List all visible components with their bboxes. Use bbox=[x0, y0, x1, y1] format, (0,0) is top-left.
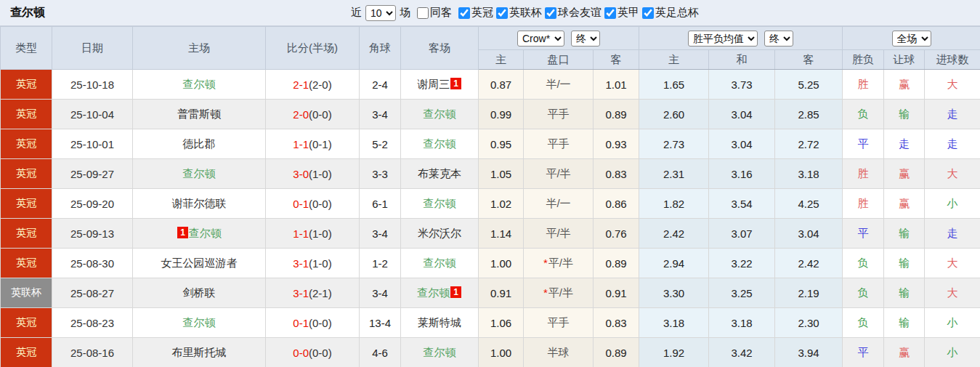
home-team: 布里斯托城 bbox=[133, 338, 266, 367]
avg-draw: 3.04 bbox=[709, 129, 775, 159]
odds-handicap: *平/半 bbox=[524, 249, 594, 278]
match-rows: 英冠25-10-18查尔顿2-1(2-0)2-4谢周三10.87半/一1.011… bbox=[1, 70, 980, 367]
league-checkbox[interactable] bbox=[545, 7, 556, 19]
league-filter-label: 球会友谊 bbox=[558, 6, 602, 20]
avg-home: 1.82 bbox=[639, 189, 709, 219]
halftime-score: (1-0) bbox=[309, 257, 332, 270]
avg-draw: 3.16 bbox=[709, 159, 775, 189]
result-goals: 大 bbox=[925, 159, 980, 189]
match-date: 25-08-23 bbox=[52, 308, 133, 338]
home-team-name: 布里斯托城 bbox=[172, 346, 227, 358]
odds-away: 0.83 bbox=[594, 308, 639, 338]
result-outcome: 胜 bbox=[843, 70, 884, 100]
home-team: 谢菲尔德联 bbox=[133, 189, 266, 219]
corners: 4-6 bbox=[360, 338, 401, 367]
result-scope-group: 全场 bbox=[843, 27, 980, 50]
league-checkbox[interactable] bbox=[642, 7, 654, 19]
odds-home: 0.95 bbox=[479, 129, 524, 159]
result-handicap: 赢 bbox=[884, 159, 925, 189]
match-row: 英冠25-08-30女王公园巡游者3-1(1-0)1-2查尔顿1.00*平/半0… bbox=[1, 249, 980, 278]
match-date: 25-09-13 bbox=[52, 219, 133, 249]
subcol-odds-away: 客 bbox=[594, 50, 639, 70]
handicap-star: * bbox=[543, 286, 548, 299]
away-team-name: 米尔沃尔 bbox=[418, 227, 461, 239]
avg-time-select[interactable]: 终 bbox=[764, 31, 793, 47]
avg-home: 1.92 bbox=[639, 338, 709, 367]
odds-handicap: *平/半 bbox=[524, 278, 594, 308]
away-team-name: 莱斯特城 bbox=[418, 316, 461, 328]
result-handicap: 输 bbox=[884, 308, 925, 338]
odds-handicap: 平手 bbox=[524, 100, 594, 129]
subcol-result-goals: 进球数 bbox=[925, 50, 980, 70]
league-filter-label: 英甲 bbox=[617, 6, 639, 20]
odds-handicap: 平/半 bbox=[524, 159, 594, 189]
halftime-score: (0-1) bbox=[309, 138, 332, 150]
fulltime-score: 0-1 bbox=[293, 317, 309, 329]
avg-away: 4.25 bbox=[775, 189, 843, 219]
result-goals: 大 bbox=[925, 70, 980, 100]
scope-select[interactable]: 全场 bbox=[892, 31, 931, 47]
away-team: 查尔顿 bbox=[401, 129, 479, 159]
odds-home: 0.91 bbox=[479, 278, 524, 308]
avg-odds-group: 胜平负均值 终 bbox=[639, 27, 843, 50]
result-handicap: 输 bbox=[884, 278, 925, 308]
subcol-avg-draw: 和 bbox=[709, 50, 775, 70]
score: 0-1(0-0) bbox=[266, 308, 360, 338]
away-team: 米尔沃尔 bbox=[401, 219, 479, 249]
match-row: 英冠25-09-27查尔顿3-0(1-0)3-3布莱克本1.05平/半0.832… bbox=[1, 159, 980, 189]
avg-mode-select[interactable]: 胜平负均值 bbox=[688, 31, 758, 47]
result-outcome: 负 bbox=[843, 278, 884, 308]
fulltime-score: 2-1 bbox=[293, 78, 309, 91]
same-venue-checkbox[interactable] bbox=[417, 7, 429, 19]
league-filter-label: 英联杯 bbox=[509, 6, 542, 20]
score: 2-1(2-0) bbox=[266, 70, 360, 100]
odds-away: 0.89 bbox=[594, 249, 639, 278]
result-goals: 大 bbox=[925, 249, 980, 278]
recent-count-select[interactable]: 10 bbox=[365, 5, 396, 21]
result-outcome: 负 bbox=[843, 249, 884, 278]
result-goals: 小 bbox=[925, 189, 980, 219]
match-date: 25-08-16 bbox=[52, 338, 133, 367]
col-header-score: 比分(半场) bbox=[266, 27, 360, 70]
away-team-name: 查尔顿 bbox=[424, 346, 456, 358]
away-team-name: 查尔顿 bbox=[424, 108, 456, 120]
league-badge: 英冠 bbox=[1, 338, 52, 367]
odds-time-select[interactable]: 终 bbox=[571, 31, 600, 47]
home-team-name: 女王公园巡游者 bbox=[161, 257, 238, 269]
col-header-home: 主场 bbox=[133, 27, 266, 70]
away-team: 查尔顿 bbox=[401, 338, 479, 367]
avg-home: 3.18 bbox=[639, 308, 709, 338]
odds-away: 0.76 bbox=[594, 219, 639, 249]
league-checkbox[interactable] bbox=[604, 7, 616, 19]
subcol-handicap: 盘口 bbox=[524, 50, 594, 70]
away-team: 布莱克本 bbox=[401, 159, 479, 189]
result-goals: 走 bbox=[925, 219, 980, 249]
score: 0-1(0-0) bbox=[266, 189, 360, 219]
avg-away: 3.94 bbox=[775, 338, 843, 367]
odds-company-select[interactable]: Crow* bbox=[517, 31, 564, 47]
score: 2-0(0-0) bbox=[266, 100, 360, 129]
halftime-score: (2-0) bbox=[309, 78, 332, 91]
card-badge: 1 bbox=[177, 227, 188, 238]
result-goals: 小 bbox=[925, 338, 980, 367]
result-outcome: 胜 bbox=[843, 159, 884, 189]
away-team-name: 谢周三 bbox=[417, 78, 450, 90]
halftime-score: (0-0) bbox=[309, 198, 332, 210]
fulltime-score: 3-1 bbox=[293, 287, 309, 299]
avg-home: 3.30 bbox=[639, 278, 709, 308]
league-checkbox[interactable] bbox=[496, 7, 508, 19]
home-team: 查尔顿 bbox=[133, 159, 266, 189]
away-team: 查尔顿 bbox=[401, 100, 479, 129]
corners: 5-2 bbox=[360, 129, 401, 159]
corners: 3-4 bbox=[360, 100, 401, 129]
league-checkbox[interactable] bbox=[458, 7, 470, 19]
handicap-star: * bbox=[543, 257, 548, 269]
league-filter: 英冠 bbox=[455, 6, 493, 20]
league-badge: 英联杯 bbox=[1, 278, 52, 308]
result-outcome: 平 bbox=[843, 338, 884, 367]
fulltime-score: 1-1 bbox=[293, 138, 309, 150]
home-team: 1查尔顿 bbox=[133, 219, 266, 249]
odds-away: 0.86 bbox=[594, 189, 639, 219]
match-row: 英冠25-10-04普雷斯顿2-0(0-0)3-4查尔顿0.99平手0.892.… bbox=[1, 100, 980, 129]
away-team: 查尔顿 bbox=[401, 189, 479, 219]
